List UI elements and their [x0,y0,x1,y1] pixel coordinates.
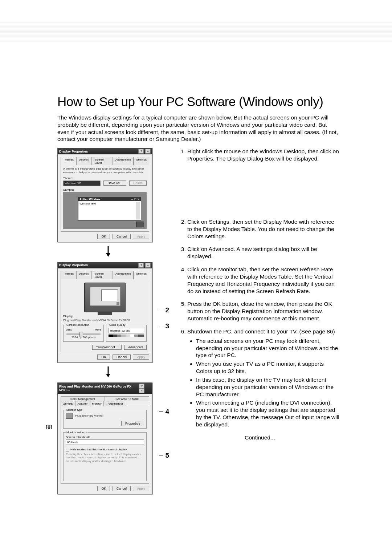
down-arrow-icon [57,366,159,377]
color-legend: Color quality [109,323,126,327]
more-label: More [95,328,101,331]
close-icon[interactable]: × [139,388,144,393]
page-number: 88 [46,424,52,431]
page-title: How to Set up Your PC Software (Windows … [57,94,340,109]
step-5: Press the OK button, close the window, t… [187,300,340,322]
ok-button[interactable]: OK [97,486,110,491]
step-1: Right click the mouse on the Windows Des… [187,148,340,162]
tab-monitor[interactable]: Monitor [90,401,104,406]
tab-screensaver[interactable]: Screen Saver [92,157,113,165]
step-2: Click on Settings, then set the Display … [187,218,340,240]
tab-appearance[interactable]: Appearance [113,271,134,279]
tab-color-management[interactable]: Color Management [61,396,105,401]
resolution-slider[interactable] [66,333,101,335]
apply-button[interactable]: Apply [133,486,149,491]
note-2: When you use your TV as a PC monitor, it… [196,360,340,375]
callout-2: 2 [165,306,169,314]
note-1: The actual screens on your PC may look d… [196,337,340,359]
down-arrow-icon [57,246,159,257]
theme-label: Theme: [63,177,147,180]
tab-adapter[interactable]: Adapter [75,401,90,406]
theme-blurb: A theme is a background plus a set of so… [63,167,147,174]
step-3: Click on Advanced. A new settings dialog… [187,246,340,260]
cancel-button[interactable]: Cancel [113,234,131,239]
callout-5: 5 [165,451,169,459]
cancel-button[interactable]: Cancel [113,486,131,491]
troubleshoot-button[interactable]: Troubleshoot... [92,345,122,350]
step-4: Click on the Monitor tab, then set the S… [187,266,340,295]
dialog2-title: Display Properties [59,263,88,267]
saveas-button[interactable]: Save As... [103,181,126,186]
close-icon[interactable]: × [145,263,151,268]
apply-button[interactable]: Apply [133,234,149,239]
tab-settings[interactable]: Settings [134,157,149,165]
continued-label: Continued... [179,434,340,441]
display-properties-settings-dialog: Display Properties ? × Themes Desktop Sc… [57,262,152,363]
tab-themes[interactable]: Themes [61,271,76,279]
intro-paragraph: The Windows display-settings for a typic… [57,114,340,143]
theme-preview: Active Window – □ × Window Text [63,192,147,229]
monitor-preview [84,283,126,312]
apply-button[interactable]: Apply [133,354,149,360]
tab-settings[interactable]: Settings [134,271,149,279]
titlebar-buttons: ? × [138,263,151,268]
ok-button[interactable]: OK [97,234,110,239]
tab-appearance[interactable]: Appearance [113,157,134,165]
titlebar-buttons: ? × [138,149,151,154]
svg-marker-1 [106,253,110,257]
dialog3-title: Plug and Play Monitor and NVIDIA GeForce… [59,385,139,392]
hide-modes-label: Hide modes that this monitor cannot disp… [70,448,127,451]
monitor-properties-dialog: Plug and Play Monitor and NVIDIA GeForce… [57,382,152,495]
resolution-value: 1024 by 768 pixels [66,336,101,339]
refresh-select[interactable]: 60 Hertz [66,439,144,445]
tab-geforce[interactable]: GeForce FX 5200 [105,396,149,401]
color-select[interactable]: Highest (32 bit) [109,328,144,333]
hide-modes-checkbox[interactable] [66,448,69,451]
close-icon[interactable]: × [145,149,151,154]
monitor-settings-legend: Monitor settings [66,431,87,434]
preview-window-text: Window Text [79,202,96,205]
note-3: In this case, the display on the TV may … [196,376,340,398]
hide-modes-blurb: Clearing this check box allows you to se… [66,453,144,463]
callout-4: 4 [165,408,169,416]
tab-screensaver[interactable]: Screen Saver [92,271,113,279]
less-label: Less [66,328,72,331]
titlebar-buttons: ? × [139,384,151,393]
step-6: Shutdown the PC, and connect it to your … [187,328,340,428]
help-icon[interactable]: ? [138,263,144,268]
dialog1-title: Display Properties [59,150,88,153]
display-value: Plug and Play Monitor on NVIDIA GeForce … [63,319,147,322]
color-bars [109,335,144,337]
tab-troubleshoot[interactable]: Troubleshoot [104,401,125,406]
monitor-type-legend: Monitor type [66,408,83,412]
cancel-button[interactable]: Cancel [113,354,131,360]
header-brushed-bar [0,22,392,42]
delete-button[interactable]: Delete [129,181,147,186]
display-properties-themes-dialog: Display Properties ? × Themes Desktop Sc… [57,148,152,242]
resolution-legend: Screen resolution [66,323,90,327]
help-icon[interactable]: ? [139,384,144,388]
advanced-button[interactable]: Advanced [124,345,147,350]
tab-desktop[interactable]: Desktop [76,157,92,165]
preview-active-window: Active Window [79,198,100,201]
svg-marker-3 [106,374,110,377]
monitor-type-value: Plug and Play Monitor [75,414,103,418]
help-icon[interactable]: ? [138,149,144,154]
callout-3: 3 [165,322,169,330]
properties-button[interactable]: Properties [121,421,144,426]
refresh-label: Screen refresh rate: [66,435,144,439]
tab-themes[interactable]: Themes [61,157,76,165]
sample-label: Sample: [63,188,147,191]
monitor-icon [66,413,73,419]
tab-general[interactable]: General [61,401,75,406]
ok-button[interactable]: OK [97,354,110,360]
tab-desktop[interactable]: Desktop [76,271,92,279]
theme-select[interactable]: Windows XP [63,181,101,186]
recycle-bin-icon [136,222,144,227]
note-4: When connecting a PC (including the DVI … [196,399,340,428]
